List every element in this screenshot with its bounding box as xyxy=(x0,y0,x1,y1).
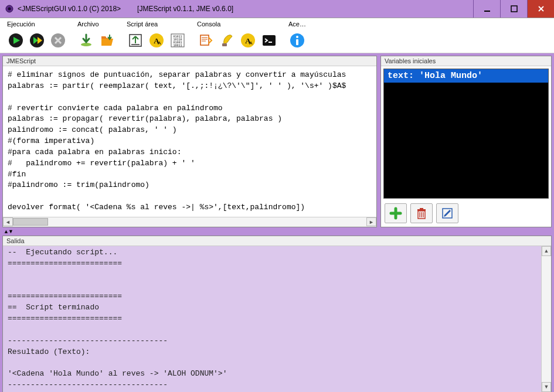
delete-variable-button[interactable] xyxy=(410,203,433,223)
toolbar: Ejecución Archivo Script área AA 0101110… xyxy=(0,18,554,53)
svg-rect-27 xyxy=(417,209,426,211)
close-button[interactable] xyxy=(527,0,554,18)
svg-rect-3 xyxy=(511,6,517,12)
title-main: <JMEScriptGUI v0.1.0 (C) 2018> xyxy=(18,5,121,13)
toolbar-label: Ace… xyxy=(286,19,308,29)
script-panel-title: JMEScript xyxy=(3,56,376,66)
variable-row-selected[interactable]: text: 'Hola Mundo' xyxy=(384,69,548,83)
clear-button[interactable] xyxy=(217,30,237,50)
toolbar-label: Ejecución xyxy=(5,19,69,29)
edit-variable-button[interactable] xyxy=(436,203,458,223)
scroll-left-icon[interactable]: ◄ xyxy=(3,217,13,226)
svg-rect-18 xyxy=(222,43,227,46)
variables-panel: Variables iniciales text: 'Hola Mundo' xyxy=(380,56,552,227)
minimize-button[interactable] xyxy=(473,0,500,18)
title-sub: [JMEScript v0.1.1, JME v0.6.0] xyxy=(137,5,233,13)
svg-text:A: A xyxy=(158,40,161,46)
splitter-handle[interactable]: ▲▼ xyxy=(2,229,552,234)
font-button[interactable]: AA xyxy=(147,30,166,50)
svg-rect-22 xyxy=(263,35,276,46)
svg-rect-28 xyxy=(420,208,423,209)
open-button[interactable] xyxy=(97,30,117,50)
toolbar-group-consola: Consola AA xyxy=(195,19,280,53)
script-hscrollbar[interactable]: ◄ ► xyxy=(3,217,376,227)
svg-text:10011: 10011 xyxy=(173,43,182,47)
output-console[interactable]: -- Ejecutando script... ================… xyxy=(3,246,541,392)
add-variable-button[interactable] xyxy=(385,203,407,223)
svg-text:A: A xyxy=(249,40,253,46)
variables-list[interactable]: text: 'Hola Mundo' xyxy=(383,69,549,199)
scroll-thumb[interactable] xyxy=(13,218,48,226)
copy-button[interactable] xyxy=(196,30,216,50)
maximize-button[interactable] xyxy=(500,0,527,18)
toolbar-group-ace: Ace… xyxy=(286,19,308,53)
toolbar-group-ejecucion: Ejecución xyxy=(5,19,69,53)
output-panel-title: Salida xyxy=(3,236,551,246)
terminal-button[interactable] xyxy=(259,30,279,50)
toolbar-group-script: Script área AA 01011101100100110011 xyxy=(124,19,189,53)
svg-rect-25 xyxy=(296,39,298,45)
save-button[interactable] xyxy=(76,30,96,50)
toolbar-label: Consola xyxy=(195,19,280,29)
toolbar-label: Archivo xyxy=(75,19,118,29)
stop-button[interactable] xyxy=(48,30,68,50)
app-icon xyxy=(5,4,14,13)
output-vscrollbar[interactable]: ▲ ▼ xyxy=(541,246,551,392)
binary-button[interactable]: 01011101100100110011 xyxy=(168,30,188,50)
toolbar-label: Script área xyxy=(124,19,189,29)
content-area: JMEScript # eliminar signos de puntuació… xyxy=(0,53,554,392)
output-panel: Salida -- Ejecutando script... =========… xyxy=(2,236,552,392)
titlebar[interactable]: <JMEScriptGUI v0.1.0 (C) 2018> [JMEScrip… xyxy=(0,0,554,18)
scroll-right-icon[interactable]: ► xyxy=(366,217,376,226)
script-export-button[interactable] xyxy=(125,30,145,50)
run-button[interactable] xyxy=(6,30,26,50)
svg-point-24 xyxy=(296,36,298,38)
script-editor[interactable]: # eliminar signos de puntuación, separar… xyxy=(3,66,376,217)
toolbar-group-archivo: Archivo xyxy=(75,19,118,53)
scroll-up-icon[interactable]: ▲ xyxy=(542,246,551,256)
info-button[interactable] xyxy=(287,30,307,50)
script-panel: JMEScript # eliminar signos de puntuació… xyxy=(2,56,377,227)
variables-panel-title: Variables iniciales xyxy=(381,56,551,66)
scroll-down-icon[interactable]: ▼ xyxy=(542,382,551,392)
app-window: <JMEScriptGUI v0.1.0 (C) 2018> [JMEScrip… xyxy=(0,0,554,392)
console-font-button[interactable]: AA xyxy=(238,30,258,50)
svg-rect-17 xyxy=(200,35,209,45)
run-step-button[interactable] xyxy=(27,30,47,50)
svg-point-1 xyxy=(8,8,11,11)
svg-rect-2 xyxy=(484,11,490,12)
